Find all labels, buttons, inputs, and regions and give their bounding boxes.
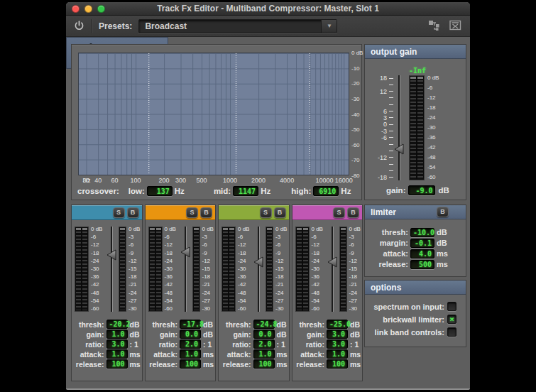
param-value[interactable]: 3.0 (327, 330, 348, 339)
param-value[interactable]: 100 (180, 359, 201, 369)
chevron-down-icon[interactable]: ▼ (321, 20, 337, 33)
param-value[interactable]: 3.0 (106, 339, 128, 349)
meter-scale-label: -30 (349, 306, 363, 312)
meter-scale-label: -21 (202, 282, 216, 288)
meter-scale-label: 0 dB (349, 227, 363, 232)
band-input-meter (148, 227, 163, 312)
band-value-row: attack:1.0ms (220, 349, 288, 359)
param-value[interactable]: -10.0 (410, 228, 434, 237)
param-value[interactable]: 1.0 (106, 349, 128, 359)
zoom-window-button[interactable] (97, 5, 105, 13)
band-value-row: gain:0.0dB (147, 330, 214, 339)
fader-handle[interactable] (106, 249, 116, 261)
param-unit: : 1 (348, 340, 361, 349)
param-value[interactable]: 2.0 (253, 339, 275, 349)
param-unit: dB (434, 228, 447, 236)
param-unit: ms (128, 350, 141, 359)
meter-scale-label: -30 (91, 266, 106, 272)
routing-button[interactable] (428, 19, 440, 33)
crossover-low-value[interactable]: 137 (147, 186, 173, 196)
freq-scale-label: 4000 (276, 177, 297, 184)
param-value[interactable]: 500 (410, 260, 434, 269)
param-label: gain: (73, 330, 106, 339)
param-value[interactable]: 1.0 (106, 330, 128, 339)
band-threshold-fader[interactable] (180, 227, 191, 312)
band-header: S B (219, 205, 289, 220)
gain-value[interactable]: -9.0 (408, 185, 435, 195)
peak-readout: -Inf (402, 67, 433, 75)
meter-scale-label: -24 (91, 258, 106, 264)
band-value-row: gain:0.0dB (220, 330, 288, 339)
meter-scale-label: -6 (91, 234, 106, 240)
meter-scale-label: -18 (312, 251, 327, 256)
meter-scale-label: -36 (165, 274, 180, 280)
param-value[interactable]: 2.0 (180, 339, 201, 349)
param-label: attack: (147, 350, 180, 359)
param-value[interactable]: -20.2 (106, 320, 128, 329)
spectrum-graph (78, 53, 349, 175)
meter-scale-label: -48 (165, 290, 180, 296)
minimize-window-button[interactable] (84, 5, 92, 13)
param-unit: : 1 (201, 340, 214, 349)
band-bypass-button[interactable]: B (274, 207, 286, 218)
output-meter (409, 75, 425, 180)
close-box-icon (449, 20, 461, 31)
fader-handle[interactable] (394, 143, 404, 155)
param-value[interactable]: -25.0 (327, 320, 348, 329)
meter-scale-label: -9 (128, 251, 142, 256)
meter-scale-label: -15 (349, 266, 363, 272)
param-value[interactable]: 100 (253, 359, 275, 369)
param-unit: dB (348, 330, 361, 339)
checkbox-unchecked-icon[interactable] (447, 327, 456, 337)
limiter-bypass-button[interactable]: B (437, 207, 449, 217)
band-solo-button[interactable]: S (333, 207, 345, 218)
param-value[interactable]: 1.0 (180, 349, 201, 359)
band-bypass-button[interactable]: B (200, 207, 212, 218)
band-threshold-fader[interactable] (327, 227, 338, 312)
crossover-high-value[interactable]: 6910 (313, 186, 339, 196)
checkbox-checked-icon[interactable]: × (447, 315, 456, 324)
param-value[interactable]: -17.8 (180, 320, 201, 329)
fader-handle[interactable] (180, 246, 190, 258)
close-window-button[interactable] (72, 5, 80, 13)
param-value[interactable]: 100 (106, 359, 128, 369)
param-value[interactable]: -0.1 (410, 239, 434, 248)
param-value[interactable]: 1.0 (327, 349, 348, 359)
band-solo-button[interactable]: S (186, 207, 198, 218)
crossover-mid-value[interactable]: 1147 (233, 186, 258, 196)
band-threshold-fader[interactable] (106, 227, 117, 312)
band-threshold-fader[interactable] (253, 227, 264, 312)
band-solo-button[interactable]: S (113, 207, 125, 218)
preset-dropdown[interactable]: Broadcast ▼ (138, 19, 337, 33)
close-editor-button[interactable] (449, 20, 461, 33)
output-meter-scale: 0 dB-6-12-18-24-30-36-42-48-54-60 (427, 75, 449, 180)
crossover-row: crossover: low: 137 Hz mid: 1147 Hz high… (72, 186, 361, 196)
checkbox-unchecked-icon[interactable] (447, 302, 456, 311)
param-value[interactable]: 0.0 (180, 330, 201, 339)
param-value[interactable]: 0.0 (253, 330, 275, 339)
fader-handle[interactable] (253, 256, 263, 268)
band-value-row: gain:1.0dB (73, 330, 141, 339)
meter-scale-label: -48 (238, 290, 253, 296)
param-label: thresh: (147, 320, 180, 329)
param-value[interactable]: 3.0 (327, 339, 348, 349)
power-button[interactable] (73, 21, 84, 32)
meter-scale-label: -30 (165, 266, 180, 272)
db-scale-label: -30 (351, 96, 366, 102)
band-bypass-button[interactable]: B (127, 207, 139, 218)
presets-label: Presets: (99, 21, 132, 31)
meter-scale-label: 0 dB (275, 227, 289, 232)
band-input-meter-scale: 0 dB-6-12-18-24-30-36-42-48-54-60 (165, 227, 180, 312)
band-bypass-button[interactable]: B (347, 207, 359, 218)
band-header: S B (72, 205, 142, 220)
main-area: 0 dB-10-20-30-40-50-60-70-80 Hz304060100… (66, 37, 470, 388)
param-value[interactable]: 100 (327, 359, 348, 369)
param-value[interactable]: 1.0 (253, 349, 275, 359)
meter-scale-label: -60 (91, 306, 106, 312)
param-value[interactable]: -24.8 (253, 320, 275, 329)
param-value[interactable]: 4.0 (410, 249, 434, 258)
meter-scale-label: -60 (238, 306, 253, 312)
fader-handle[interactable] (327, 256, 337, 268)
band-solo-button[interactable]: S (260, 207, 272, 218)
output-gain-fader[interactable] (393, 75, 406, 180)
